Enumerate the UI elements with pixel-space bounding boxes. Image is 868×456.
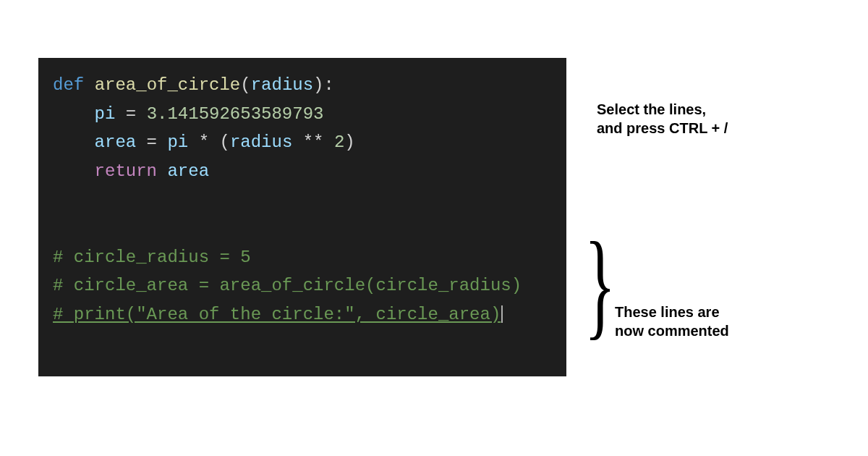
comment-line-1: # circle_radius = 5 xyxy=(53,248,251,267)
param-radius: radius xyxy=(251,75,313,95)
curly-brace-icon: } xyxy=(584,224,616,344)
keyword-return: return xyxy=(95,161,157,181)
annotation-bottom-line2: now commented xyxy=(615,321,729,340)
comment-line-3: # print("Area of the circle:", circle_ar… xyxy=(53,305,501,324)
code-line-8: # circle_area = area_of_circle(circle_ra… xyxy=(53,271,566,300)
var-pi-ref: pi xyxy=(167,132,188,152)
code-line-3: area = pi * (radius ** 2) xyxy=(53,128,566,157)
annotation-top-line2: and press CTRL + / xyxy=(597,119,728,138)
text-cursor xyxy=(501,305,503,323)
annotation-bottom-line1: These lines are xyxy=(615,303,729,321)
code-line-6-empty xyxy=(53,214,566,243)
code-line-2: pi = 3.141592653589793 xyxy=(53,100,566,129)
code-line-9: # print("Area of the circle:", circle_ar… xyxy=(53,300,566,329)
num-pi: 3.141592653589793 xyxy=(147,104,324,124)
code-line-4: return area xyxy=(53,157,566,186)
var-area: area xyxy=(95,132,137,152)
code-editor[interactable]: def area_of_circle(radius): pi = 3.14159… xyxy=(38,58,566,376)
code-line-7: # circle_radius = 5 xyxy=(53,243,566,272)
keyword-def: def xyxy=(53,75,84,95)
code-line-5-empty xyxy=(53,185,566,214)
op-eq: = xyxy=(115,104,146,124)
annotation-top-line1: Select the lines, xyxy=(597,100,728,119)
var-pi: pi xyxy=(95,104,116,124)
paren-open: ( xyxy=(240,75,250,95)
annotation-instruction: Select the lines, and press CTRL + / xyxy=(597,100,728,138)
comment-line-2: # circle_area = area_of_circle(circle_ra… xyxy=(53,276,522,295)
var-radius-ref: radius xyxy=(230,132,292,152)
num-two: 2 xyxy=(334,132,344,152)
paren-close-colon: ): xyxy=(313,75,334,95)
function-name: area_of_circle xyxy=(95,75,241,95)
var-area-ref: area xyxy=(167,161,209,181)
code-line-1: def area_of_circle(radius): xyxy=(53,71,566,100)
annotation-result: These lines are now commented xyxy=(615,303,729,340)
